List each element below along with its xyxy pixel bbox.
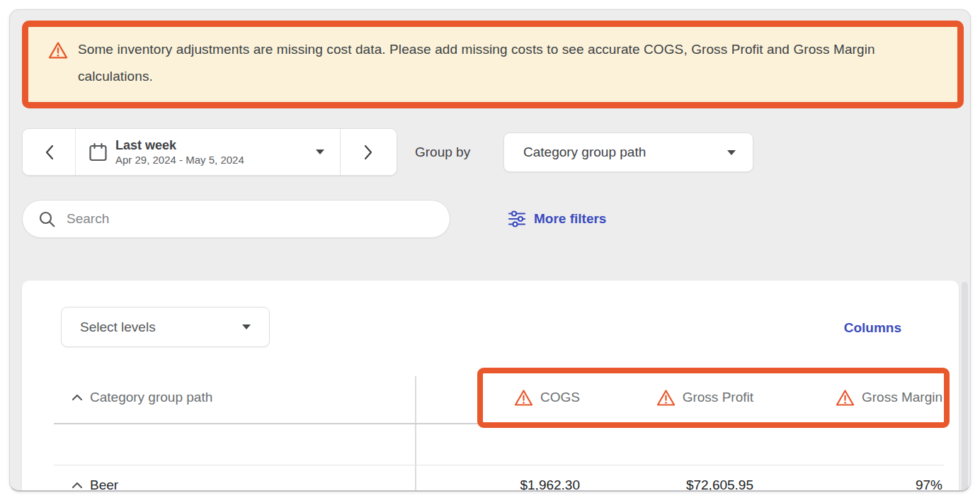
previous-period-button[interactable] — [23, 129, 75, 175]
search-box — [22, 200, 450, 238]
group-by-dropdown[interactable]: Category group path — [503, 132, 753, 172]
beer-gross-profit-value: $72,605.95 — [686, 465, 753, 492]
date-preset-label: Last week — [115, 137, 244, 153]
column-header-category-group-path[interactable]: Category group path — [72, 371, 212, 424]
column-header-cogs[interactable]: COGS — [514, 371, 580, 424]
cogs-header-label: COGS — [540, 390, 580, 405]
group-by-selected-value: Category group path — [523, 145, 646, 160]
report-table-card: Select levels Columns Category group pat… — [22, 281, 959, 492]
warning-triangle-icon — [836, 389, 855, 407]
date-range-label: Apr 29, 2024 - May 5, 2024 — [115, 153, 244, 166]
search-icon — [38, 210, 56, 228]
date-navigator: Last week Apr 29, 2024 - May 5, 2024 — [22, 128, 397, 176]
beer-row-toggle[interactable]: Beer — [72, 465, 118, 492]
missing-cost-warning-banner: Some inventory adjustments are missing c… — [22, 21, 964, 108]
row-divider — [54, 465, 944, 465]
search-input[interactable] — [65, 210, 435, 227]
scrollbar[interactable] — [962, 282, 968, 492]
group-header-label: Category group path — [90, 390, 212, 405]
table-row-total: Total $3,859.80 $500,328.00 99% — [22, 424, 959, 465]
warning-triangle-icon — [514, 389, 533, 407]
more-filters-label: More filters — [534, 211, 606, 227]
gross-margin-header-label: Gross Margin — [862, 390, 942, 405]
warning-message: Some inventory adjustments are missing c… — [78, 36, 938, 90]
chevron-down-icon — [242, 324, 251, 329]
chevron-left-icon — [45, 145, 54, 160]
calendar-icon — [89, 142, 108, 162]
select-levels-value: Select levels — [80, 320, 156, 335]
app-window: Some inventory adjustments are missing c… — [9, 9, 971, 492]
beer-gross-margin-value: 97% — [916, 465, 942, 492]
chevron-up-icon — [72, 482, 83, 489]
chevron-up-icon — [72, 394, 83, 401]
warning-triangle-icon — [656, 389, 676, 407]
filter-sliders-icon — [508, 210, 526, 228]
group-by-label: Group by — [415, 128, 470, 176]
next-period-button[interactable] — [341, 129, 397, 175]
column-header-gross-profit[interactable]: Gross Profit — [656, 371, 753, 424]
more-filters-button[interactable]: More filters — [508, 200, 606, 238]
gross-profit-header-label: Gross Profit — [683, 390, 753, 405]
warning-triangle-icon — [48, 41, 68, 60]
columns-button[interactable]: Columns — [844, 320, 901, 336]
beer-row-label: Beer — [90, 477, 118, 492]
column-header-gross-margin[interactable]: Gross Margin — [836, 371, 942, 424]
chevron-down-icon — [316, 149, 324, 154]
chevron-down-icon — [727, 150, 736, 155]
beer-cogs-value: $1,962.30 — [520, 465, 580, 492]
date-range-selector[interactable]: Last week Apr 29, 2024 - May 5, 2024 — [76, 129, 340, 175]
chevron-right-icon — [364, 145, 373, 160]
select-levels-dropdown[interactable]: Select levels — [61, 307, 270, 347]
